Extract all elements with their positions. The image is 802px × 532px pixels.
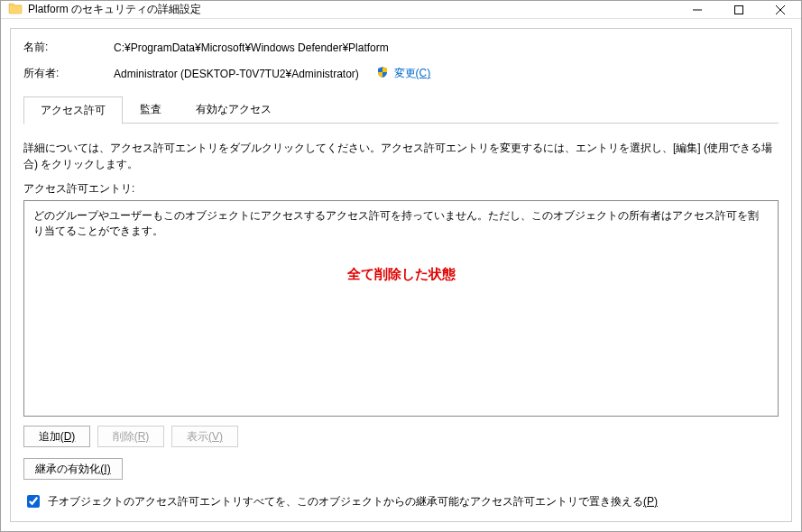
view-button: 表示(V): [171, 426, 238, 447]
annotation-text: 全て削除した状態: [33, 266, 769, 283]
titlebar: Platform のセキュリティの詳細設定: [1, 1, 801, 19]
permission-entries-list[interactable]: どのグループやユーザーもこのオブジェクトにアクセスするアクセス許可を持っていませ…: [23, 200, 779, 417]
name-row: 名前: C:¥ProgramData¥Microsoft¥Windows Def…: [23, 40, 779, 55]
tab-permissions[interactable]: アクセス許可: [23, 96, 123, 124]
replace-child-permissions-checkbox[interactable]: [27, 495, 40, 508]
folder-icon: [8, 1, 23, 18]
window-title: Platform のセキュリティの詳細設定: [28, 2, 677, 17]
svg-rect-1: [735, 5, 743, 14]
tab-bar: アクセス許可 監査 有効なアクセス: [23, 96, 779, 124]
name-label: 名前:: [23, 40, 114, 55]
owner-row: 所有者: Administrator (DESKTOP-T0V7TU2¥Admi…: [23, 66, 779, 81]
list-label: アクセス許可エントリ:: [23, 181, 779, 197]
tab-audit[interactable]: 監査: [123, 96, 179, 124]
description-text: 詳細については、アクセス許可エントリをダブルクリックしてください。アクセス許可エ…: [23, 140, 779, 172]
content-panel: 名前: C:¥ProgramData¥Microsoft¥Windows Def…: [10, 28, 792, 522]
enable-inheritance-button[interactable]: 継承の有効化(I): [23, 458, 123, 480]
minimize-button[interactable]: [677, 1, 718, 18]
maximize-button[interactable]: [718, 1, 760, 18]
name-value: C:¥ProgramData¥Microsoft¥Windows Defende…: [114, 41, 389, 54]
replace-child-permissions-label[interactable]: 子オブジェクトのアクセス許可エントリすべてを、このオブジェクトからの継承可能なア…: [48, 494, 658, 509]
add-button[interactable]: 追加(D): [23, 426, 90, 447]
list-empty-message: どのグループやユーザーもこのオブジェクトにアクセスするアクセス許可を持っていませ…: [33, 208, 769, 239]
owner-label: 所有者:: [23, 66, 114, 81]
change-owner-link[interactable]: 変更(C): [394, 66, 431, 81]
close-button[interactable]: [760, 1, 801, 18]
owner-value: Administrator (DESKTOP-T0V7TU2¥Administr…: [114, 68, 359, 80]
shield-icon: [376, 66, 389, 81]
remove-button: 削除(R): [97, 426, 164, 447]
tab-effective-access[interactable]: 有効なアクセス: [179, 96, 289, 124]
